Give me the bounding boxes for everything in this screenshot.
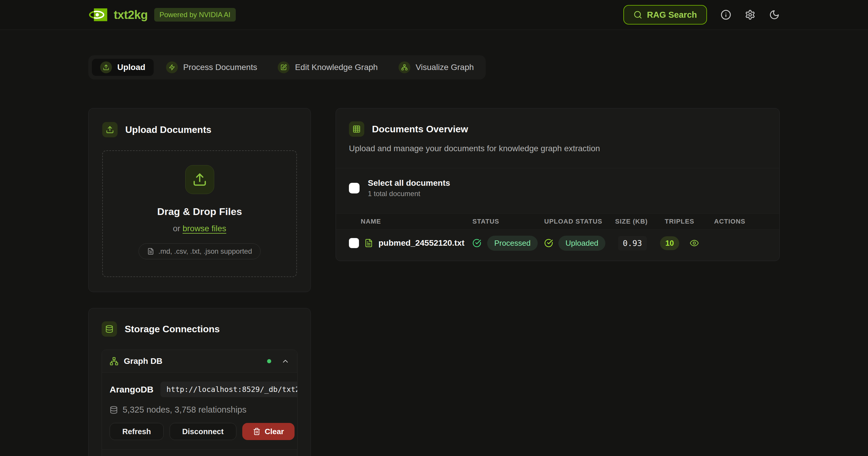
supported-formats-pill: .md, .csv, .txt, .json supported <box>138 243 260 259</box>
file-icon <box>147 248 154 255</box>
gear-icon <box>745 9 755 20</box>
settings-button[interactable] <box>745 9 755 20</box>
row-checkbox[interactable] <box>349 238 359 248</box>
eye-icon <box>689 238 699 248</box>
graph-stats-row: 5,325 nodes, 3,758 relationships <box>110 405 289 415</box>
dropzone-or-line: or browse files <box>173 224 226 233</box>
main-tabbar: Upload Process Documents Edit Knowledge … <box>88 55 486 79</box>
column-triples: TRIPLES <box>656 218 689 225</box>
column-actions: ACTIONS <box>689 218 779 225</box>
file-dropzone[interactable]: Drag & Drop Files or browse files .md, .… <box>102 150 297 277</box>
storage-card-title: Storage Connections <box>125 324 220 335</box>
connected-status-dot <box>267 359 271 363</box>
theme-toggle-button[interactable] <box>769 9 780 20</box>
tab-upload[interactable]: Upload <box>92 59 154 76</box>
documents-overview-card: Documents Overview Upload and manage you… <box>336 108 780 261</box>
chevron-up-icon[interactable] <box>281 357 289 365</box>
document-name: pubmed_24552120.txt <box>378 238 464 248</box>
storage-connections-card: Storage Connections Graph DB <box>88 308 311 456</box>
brand: txt2kg Powered by NVIDIA AI <box>88 8 236 22</box>
total-documents-label: 1 total document <box>368 190 450 198</box>
triples-badge: 10 <box>660 236 679 250</box>
tab-edit-label: Edit Knowledge Graph <box>295 63 378 72</box>
dropzone-heading: Drag & Drop Files <box>157 206 242 217</box>
supported-formats-label: .md, .csv, .txt, .json supported <box>158 247 252 256</box>
moon-icon <box>769 9 780 20</box>
upload-status-badge: Uploaded <box>558 236 606 251</box>
tab-process-documents[interactable]: Process Documents <box>158 59 266 76</box>
upload-card-title: Upload Documents <box>125 124 212 135</box>
column-name: NAME <box>336 218 463 225</box>
edit-icon <box>278 61 289 73</box>
graph-stats-label: 5,325 nodes, 3,758 relationships <box>123 405 246 415</box>
documents-card-subtitle: Upload and manage your documents for kno… <box>349 144 766 168</box>
nvidia-logo-icon <box>88 8 107 21</box>
storage-panel: Graph DB ArangoDB http:/ <box>102 350 298 456</box>
select-all-label: Select all documents <box>368 178 450 188</box>
upload-icon <box>102 122 118 137</box>
upload-documents-card: Upload Documents Drag & Drop Files or br… <box>88 108 311 292</box>
select-all-row: Select all documents 1 total document <box>336 168 779 213</box>
select-all-checkbox[interactable] <box>349 183 360 193</box>
check-circle-icon <box>544 239 553 248</box>
connection-url: http://localhost:8529/_db/txt2kg <box>160 382 298 397</box>
status-badge: Processed <box>487 236 538 251</box>
tab-process-label: Process Documents <box>183 63 257 72</box>
size-value: 0.93 <box>618 236 647 251</box>
check-circle-icon <box>472 239 481 248</box>
documents-card-title: Documents Overview <box>372 124 468 135</box>
browse-files-link[interactable]: browse files <box>183 224 226 233</box>
upload-icon <box>100 61 112 73</box>
tab-visualize-label: Visualize Graph <box>416 63 474 72</box>
tab-upload-label: Upload <box>117 63 145 72</box>
documents-table-header: NAME STATUS UPLOAD STATUS SIZE (KB) TRIP… <box>336 213 779 230</box>
app-title: txt2kg <box>114 8 148 22</box>
file-text-icon <box>364 239 373 248</box>
zap-icon <box>166 61 178 73</box>
info-button[interactable] <box>720 9 731 20</box>
or-text: or <box>173 224 183 233</box>
rag-search-button[interactable]: RAG Search <box>623 5 707 25</box>
trash-icon <box>253 428 260 435</box>
column-status: STATUS <box>463 218 535 225</box>
tab-edit-knowledge-graph[interactable]: Edit Knowledge Graph <box>270 59 386 76</box>
database-icon <box>102 321 117 337</box>
disconnect-button[interactable]: Disconnect <box>169 423 236 440</box>
graph-db-header[interactable]: Graph DB <box>102 350 297 372</box>
rag-search-label: RAG Search <box>647 10 697 20</box>
vector-db-header[interactable]: Vector DB <box>102 450 297 456</box>
powered-by-badge: Powered by NVIDIA AI <box>154 8 236 22</box>
column-size: SIZE (KB) <box>609 218 656 225</box>
column-upload-status: UPLOAD STATUS <box>535 218 609 225</box>
table-row: pubmed_24552120.txt Processed Uploaded <box>336 230 779 256</box>
clear-button[interactable]: Clear <box>242 423 294 440</box>
app-header: txt2kg Powered by NVIDIA AI RAG Search <box>0 0 868 30</box>
refresh-button[interactable]: Refresh <box>110 423 164 440</box>
search-icon <box>633 10 642 19</box>
provider-name: ArangoDB <box>110 385 153 395</box>
header-actions: RAG Search <box>623 5 780 25</box>
clear-button-label: Clear <box>265 427 284 436</box>
table-icon <box>349 121 364 137</box>
graph-db-body: ArangoDB http://localhost:8529/_db/txt2k… <box>102 372 297 450</box>
network-icon <box>110 357 119 366</box>
database-icon <box>110 406 118 414</box>
network-icon <box>399 61 410 73</box>
info-icon <box>720 9 731 20</box>
upload-icon <box>185 165 214 194</box>
tab-visualize-graph[interactable]: Visualize Graph <box>390 59 482 76</box>
view-document-button[interactable] <box>689 238 699 248</box>
graph-db-label: Graph DB <box>124 356 162 366</box>
